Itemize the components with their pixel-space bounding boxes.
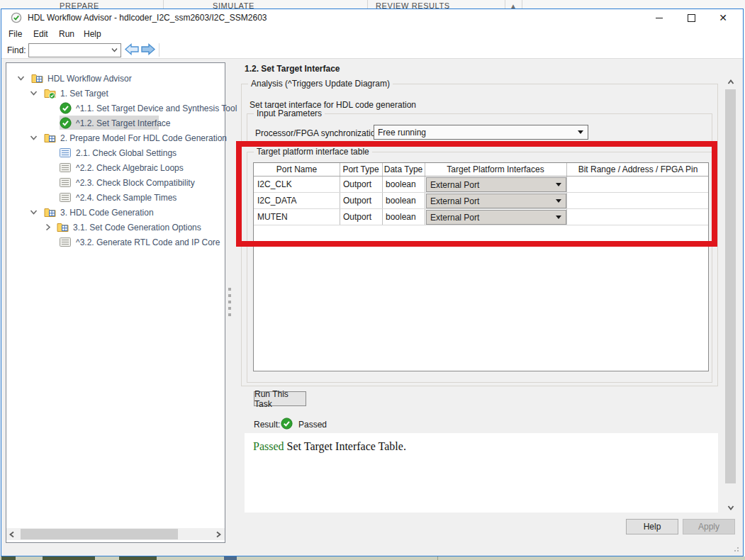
scroll-down-icon[interactable] bbox=[727, 504, 734, 511]
resize-grip[interactable] bbox=[734, 550, 736, 551]
toolbar-separator bbox=[159, 43, 159, 57]
result-message: Passed Set Target Interface Table. bbox=[253, 440, 406, 453]
title-bar: HDL Workflow Advisor - hdlcoder_I2C_ssm2… bbox=[1, 9, 743, 26]
run-this-task-button[interactable]: Run This Task bbox=[254, 391, 306, 406]
panel-vertical-scrollbar[interactable] bbox=[724, 75, 736, 515]
tree-item-label: ^3.2. Generate RTL Code and IP Core bbox=[76, 237, 220, 247]
checklist-icon bbox=[60, 237, 71, 247]
menu-file[interactable]: File bbox=[9, 29, 22, 39]
tree-item-check-global-settings[interactable]: 2.1. Check Global Settings bbox=[60, 145, 177, 160]
chevron-down-icon[interactable] bbox=[30, 134, 38, 142]
splitter-handle[interactable] bbox=[228, 307, 231, 310]
interface-dropdown-value: External Port bbox=[427, 213, 556, 223]
tree-item-label: HDL Workflow Advisor bbox=[47, 74, 132, 84]
check-circle-icon bbox=[60, 102, 72, 114]
background-toolstrip: PREPARE SIMULATE REVIEW RESULTS ▲ bbox=[0, 0, 745, 9]
menu-edit[interactable]: Edit bbox=[33, 29, 48, 39]
dropdown-arrow-icon bbox=[556, 199, 561, 203]
scroll-up-icon[interactable] bbox=[727, 79, 734, 86]
sync-dropdown[interactable]: Free running bbox=[374, 125, 588, 140]
table-row-divider bbox=[254, 192, 708, 193]
tree-item-hdl-code-generation[interactable]: 3. HDL Code Generation bbox=[44, 205, 154, 220]
task-title: 1.2. Set Target Interface bbox=[245, 64, 340, 74]
chevron-right-icon[interactable] bbox=[44, 223, 52, 231]
dropdown-arrow-icon bbox=[578, 130, 583, 134]
tree-item-label: 1. Set Target bbox=[60, 89, 108, 99]
tree-item-check-block-compatibility[interactable]: ^2.3. Check Block Compatibility bbox=[60, 175, 195, 190]
checklist-icon bbox=[60, 163, 71, 172]
folder-grid-icon bbox=[44, 133, 56, 143]
checklist-icon bbox=[60, 178, 71, 187]
scroll-left-icon[interactable] bbox=[9, 531, 16, 538]
chevron-down-icon[interactable] bbox=[17, 74, 25, 82]
background-desktop-strip bbox=[0, 556, 745, 560]
col-header-port-name: Port Name bbox=[254, 164, 340, 174]
splitter-handle[interactable] bbox=[228, 301, 231, 303]
check-circle-icon bbox=[60, 117, 72, 129]
tree-item-hdl-workflow-advisor[interactable]: HDL Workflow Advisor bbox=[31, 71, 132, 86]
background-divider bbox=[437, 556, 438, 560]
tree-item-set-target-device[interactable]: ^1.1. Set Target Device and Synthesis To… bbox=[60, 101, 237, 116]
help-button[interactable]: Help bbox=[626, 519, 678, 534]
interface-dropdown-value: External Port bbox=[427, 196, 556, 206]
tree-item-generate-rtl-code[interactable]: ^3.2. Generate RTL Code and IP Core bbox=[60, 235, 220, 250]
resize-grip[interactable] bbox=[737, 550, 739, 551]
tree-item-check-sample-times[interactable]: ^2.4. Check Sample Times bbox=[60, 190, 177, 205]
result-status: Passed bbox=[298, 420, 327, 430]
folder-grid-icon bbox=[44, 207, 56, 218]
dropdown-arrow-icon bbox=[556, 215, 561, 219]
apply-button: Apply bbox=[683, 519, 735, 534]
interface-dropdown[interactable]: External Port bbox=[426, 177, 566, 192]
chevron-down-icon[interactable] bbox=[30, 89, 38, 97]
tree-item-label: 2. Prepare Model For HDL Code Generation bbox=[60, 133, 227, 143]
interface-dropdown[interactable]: External Port bbox=[426, 210, 566, 225]
find-forward-icon[interactable] bbox=[140, 43, 156, 56]
background-icon-fragment bbox=[43, 556, 95, 560]
checklist-icon bbox=[60, 148, 71, 157]
menu-help[interactable]: Help bbox=[84, 29, 101, 39]
cell-port-name: MUTEN bbox=[257, 212, 288, 222]
cell-port-name: I2C_DATA bbox=[257, 196, 297, 206]
background-icon-fragment bbox=[119, 556, 157, 560]
interface-table-legend: Target platform interface table bbox=[254, 147, 372, 157]
tree-item-prepare-model[interactable]: 2. Prepare Model For HDL Code Generation bbox=[44, 130, 227, 145]
resize-grip[interactable] bbox=[737, 547, 739, 549]
splitter-handle[interactable] bbox=[228, 313, 231, 316]
maximize-button[interactable] bbox=[679, 9, 703, 26]
tree-horizontal-scrollbar[interactable] bbox=[6, 528, 225, 540]
find-input[interactable] bbox=[28, 43, 121, 57]
close-button[interactable]: ✕ bbox=[711, 9, 735, 26]
tree-item-set-code-generation-options[interactable]: 3.1. Set Code Generation Options bbox=[57, 220, 201, 235]
tree-item-check-algebraic-loops[interactable]: ^2.2. Check Algebraic Loops bbox=[60, 160, 184, 175]
splitter-handle[interactable] bbox=[228, 288, 231, 291]
interface-dropdown[interactable]: External Port bbox=[426, 194, 566, 208]
folder-check-icon bbox=[44, 88, 56, 99]
menu-run[interactable]: Run bbox=[59, 29, 74, 39]
sync-label: Processor/FPGA synchronization: bbox=[255, 128, 382, 138]
cell-data-type: boolean bbox=[386, 179, 416, 189]
folder-grid-icon bbox=[57, 222, 69, 233]
minimize-button[interactable] bbox=[647, 9, 671, 26]
find-back-icon[interactable] bbox=[124, 43, 140, 56]
toolstrip-tab-review-results[interactable]: REVIEW RESULTS bbox=[376, 1, 450, 9]
table-row-divider bbox=[254, 208, 708, 209]
screen: PREPARE SIMULATE REVIEW RESULTS ▲ HDL Wo… bbox=[0, 0, 745, 560]
col-header-target-platform-interfaces: Target Platform Interfaces bbox=[425, 164, 566, 174]
toolstrip-tab-prepare[interactable]: PREPARE bbox=[60, 1, 99, 9]
scroll-right-icon[interactable] bbox=[215, 531, 222, 538]
chevron-down-icon[interactable] bbox=[111, 46, 118, 54]
window-title: HDL Workflow Advisor - hdlcoder_I2C_ssm2… bbox=[28, 13, 267, 23]
scrollbar-thumb[interactable] bbox=[21, 529, 178, 539]
tree-item-label: 2.1. Check Global Settings bbox=[76, 148, 177, 158]
minimize-icon bbox=[656, 18, 663, 18]
splitter-handle[interactable] bbox=[228, 294, 231, 297]
chevron-down-icon[interactable] bbox=[30, 208, 38, 216]
toolstrip-collapse-icon[interactable]: ▲ bbox=[510, 2, 517, 9]
toolstrip-tab-simulate[interactable]: SIMULATE bbox=[213, 1, 254, 9]
scrollbar-thumb[interactable] bbox=[725, 89, 736, 483]
tree-item-set-target[interactable]: 1. Set Target bbox=[44, 86, 108, 101]
cell-data-type: boolean bbox=[386, 212, 416, 222]
col-header-bit-range: Bit Range / Address / FPGA Pin bbox=[566, 164, 710, 174]
tree-item-set-target-interface[interactable]: ^1.2. Set Target Interface bbox=[60, 116, 171, 130]
interface-dropdown-value: External Port bbox=[427, 180, 556, 190]
